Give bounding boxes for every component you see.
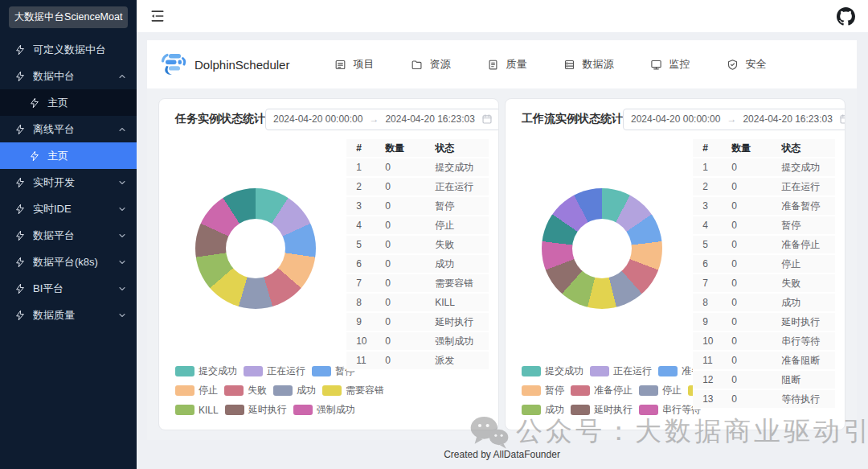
row-count: 0 xyxy=(731,162,781,173)
row-count: 0 xyxy=(385,335,435,347)
row-count: 0 xyxy=(385,239,435,250)
row-state: KILL xyxy=(435,297,489,308)
row-index: 8 xyxy=(356,297,385,308)
legend-item[interactable]: 正在运行 xyxy=(590,364,652,378)
nav-item-label: 安全 xyxy=(745,57,766,72)
row-index: 3 xyxy=(356,200,385,212)
row-count: 0 xyxy=(385,181,435,192)
panel-body: 提交成功正在运行暂停停止失败成功需要容错KILL延时执行强制成功 #数量状态 1… xyxy=(159,131,498,430)
sidebar-item-group[interactable]: BI平台 xyxy=(0,275,137,302)
thunderbolt-icon xyxy=(14,230,26,241)
sidebar-nav: 可定义数据中台数据中台主页离线平台主页实时开发实时IDE数据平台数据平台(k8s… xyxy=(0,36,137,328)
legend-item[interactable]: 延时执行 xyxy=(225,403,287,417)
date-range-picker[interactable]: 2024-04-20 00:00:00 → 2024-04-20 16:23:0… xyxy=(623,109,845,130)
row-count: 0 xyxy=(385,278,435,289)
thunderbolt-icon xyxy=(14,257,26,268)
legend-item[interactable]: 停止 xyxy=(639,384,682,397)
row-count: 0 xyxy=(731,297,781,308)
row-index: 7 xyxy=(702,278,731,289)
row-state: 成功 xyxy=(781,296,835,310)
table-row: 20正在运行 xyxy=(346,178,489,197)
date-range-picker[interactable]: 2024-04-20 00:00:00 → 2024-04-20 16:23:0… xyxy=(265,109,499,130)
row-state: 派发 xyxy=(435,354,489,368)
sidebar-item-group[interactable]: 离线平台 xyxy=(0,116,137,142)
legend-label: 延时执行 xyxy=(248,403,287,417)
row-index: 12 xyxy=(702,374,731,385)
row-index: 5 xyxy=(356,239,385,250)
legend-item[interactable]: 准备停止 xyxy=(571,384,633,397)
main-body: DolphinScheduler 项目资源质量数据源监控安全 任务实例状态统计 … xyxy=(137,32,868,469)
date-start-value: 2024-04-20 00:00:00 xyxy=(631,113,720,125)
legend-item[interactable]: 提交成功 xyxy=(175,364,237,378)
folder-icon xyxy=(411,59,423,71)
row-state: 提交成功 xyxy=(781,161,835,175)
sidebar-item-label: BI平台 xyxy=(33,282,63,296)
legend-item[interactable]: 失败 xyxy=(224,384,267,397)
legend-item[interactable]: 提交成功 xyxy=(522,364,583,378)
top-nav-menu: 项目资源质量数据源监控安全 xyxy=(334,40,803,88)
nav-item-monitor[interactable]: 监控 xyxy=(650,40,690,88)
thunderbolt-icon xyxy=(14,177,26,188)
table-header-row: #数量状态 xyxy=(693,139,835,158)
legend-item[interactable]: 成功 xyxy=(522,403,564,417)
row-index: 9 xyxy=(702,316,731,327)
sidebar-item-subitem[interactable]: 主页 xyxy=(0,142,137,169)
row-state: 串行等待 xyxy=(781,335,835,348)
legend-item[interactable]: 停止 xyxy=(175,384,218,397)
sidebar-title[interactable]: 大数据中台ScienceMoat xyxy=(9,6,128,28)
thunderbolt-icon xyxy=(14,204,26,215)
legend-swatch xyxy=(175,366,194,376)
github-icon[interactable] xyxy=(837,7,855,26)
state-table: #数量状态 10提交成功20正在运行30暂停40停止50失败60成功70需要容错… xyxy=(346,139,489,371)
row-count: 0 xyxy=(731,374,781,385)
legend-item[interactable]: 延时执行 xyxy=(571,403,633,417)
legend-swatch xyxy=(224,385,244,396)
legend-item[interactable]: KILL xyxy=(175,403,219,417)
row-count: 0 xyxy=(385,297,435,308)
table-row: 90延时执行 xyxy=(346,313,489,332)
sidebar-item-subitem[interactable]: 主页 xyxy=(0,89,137,116)
sidebar: 大数据中台ScienceMoat 可定义数据中台数据中台主页离线平台主页实时开发… xyxy=(0,0,137,469)
nav-item-quality[interactable]: 质量 xyxy=(487,40,526,88)
legend-row: 成功延时执行串行等待 xyxy=(522,403,688,417)
menu-fold-icon[interactable] xyxy=(149,8,166,24)
chevron-down-icon xyxy=(117,284,127,294)
legend-swatch xyxy=(522,366,541,376)
row-count: 0 xyxy=(731,200,781,212)
dolphinscheduler-logo-icon xyxy=(160,51,189,77)
legend-label: KILL xyxy=(199,405,219,416)
table-header-row: #数量状态 xyxy=(346,139,489,158)
sidebar-item-group[interactable]: 实时开发 xyxy=(0,169,137,195)
date-end-value: 2024-04-20 16:23:03 xyxy=(743,113,832,125)
row-count: 0 xyxy=(385,220,435,231)
chart-column: 提交成功正在运行暂停停止失败成功需要容错KILL延时执行强制成功 xyxy=(169,138,342,426)
panel-body: 提交成功正在运行准备暂停暂停准备停止停止失败成功延时执行串行等待 #数量状态 1… xyxy=(506,131,845,430)
legend-label: 延时执行 xyxy=(594,403,633,417)
nav-item-project[interactable]: 项目 xyxy=(334,40,374,88)
row-index: 5 xyxy=(702,239,731,250)
sidebar-item-item[interactable]: 可定义数据中台 xyxy=(0,36,137,63)
sidebar-item-group[interactable]: 数据质量 xyxy=(0,302,137,328)
row-index: 11 xyxy=(702,355,731,366)
sidebar-item-group[interactable]: 数据平台(k8s) xyxy=(0,249,137,275)
legend-item[interactable]: 暂停 xyxy=(522,384,564,397)
donut-chart[interactable] xyxy=(542,188,662,309)
row-index: 3 xyxy=(702,200,731,212)
brand[interactable]: DolphinScheduler xyxy=(160,51,289,77)
sidebar-item-label: 实时开发 xyxy=(33,175,75,190)
row-state: 强制成功 xyxy=(435,335,489,348)
sidebar-item-group[interactable]: 实时IDE xyxy=(0,195,137,222)
legend-label: 正在运行 xyxy=(267,364,305,378)
sidebar-item-group[interactable]: 数据中台 xyxy=(0,63,137,89)
legend-item[interactable]: 正在运行 xyxy=(244,364,305,378)
nav-item-security[interactable]: 安全 xyxy=(727,40,766,88)
nav-item-datasource[interactable]: 数据源 xyxy=(563,40,613,88)
sidebar-item-group[interactable]: 数据平台 xyxy=(0,222,137,249)
row-count: 0 xyxy=(731,220,781,231)
thunderbolt-icon xyxy=(29,97,40,109)
monitor-icon xyxy=(650,59,662,71)
nav-item-folder[interactable]: 资源 xyxy=(411,40,450,88)
legend-item[interactable]: 成功 xyxy=(273,384,316,397)
chevron-down-icon xyxy=(117,231,127,241)
donut-chart[interactable] xyxy=(195,188,316,309)
